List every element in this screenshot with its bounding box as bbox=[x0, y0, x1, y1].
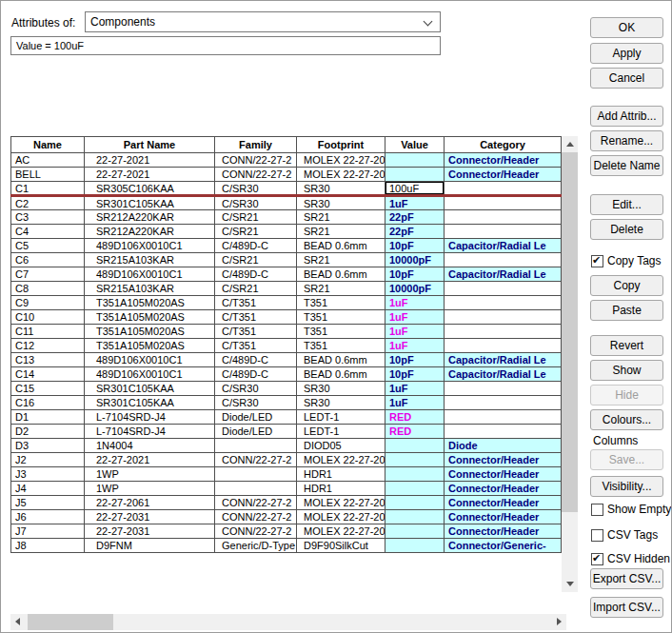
cell-value[interactable] bbox=[385, 496, 445, 510]
cell-family[interactable] bbox=[215, 439, 297, 453]
cell-category[interactable] bbox=[445, 382, 562, 396]
table-row[interactable]: J41WPHDR1Connector/Header bbox=[11, 482, 562, 496]
cell-category[interactable] bbox=[445, 210, 562, 225]
table-row[interactable]: J8D9FNMGeneric/D-TypeD9F90SilkCutConnect… bbox=[11, 539, 562, 553]
column-header[interactable]: Category bbox=[445, 137, 562, 153]
cell-footprint[interactable]: SR21 bbox=[297, 282, 385, 296]
table-row[interactable]: C4SR212A220KARC/SR21SR2122pF bbox=[11, 225, 562, 239]
table-row[interactable]: C5489D106X0010C1C/489D-CBEAD 0.6mm10pFCa… bbox=[11, 239, 562, 253]
cell-family[interactable]: C/T351 bbox=[215, 310, 297, 325]
cell-part[interactable]: SR212A220KAR bbox=[85, 210, 215, 225]
show-empty-checkbox[interactable]: Show Empty bbox=[591, 503, 671, 516]
cell-value[interactable] bbox=[385, 539, 445, 553]
cell-part[interactable]: T351A105M020AS bbox=[85, 310, 215, 325]
cell-footprint[interactable]: T351 bbox=[297, 296, 385, 310]
cell-family[interactable]: C/SR21 bbox=[215, 210, 297, 225]
cell-family[interactable] bbox=[215, 467, 297, 482]
cell-family[interactable]: CONN/22-27-2 bbox=[215, 524, 297, 539]
table-row[interactable]: J622-27-2031CONN/22-27-2MOLEX 22-27-20Co… bbox=[11, 510, 562, 524]
cell-value[interactable] bbox=[385, 482, 445, 496]
cell-family[interactable]: C/489D-C bbox=[215, 267, 297, 282]
cell-name[interactable]: J3 bbox=[11, 467, 85, 482]
scroll-left-button[interactable] bbox=[10, 614, 27, 630]
revert-button[interactable]: Revert bbox=[590, 335, 663, 356]
cell-category[interactable]: Connector/Header bbox=[445, 467, 562, 482]
cell-category[interactable] bbox=[445, 325, 562, 339]
cell-value[interactable]: 22pF bbox=[385, 210, 445, 225]
column-header[interactable]: Footprint bbox=[297, 137, 385, 153]
cell-part[interactable]: SR301C105KAA bbox=[85, 196, 215, 210]
cell-footprint[interactable]: HDR1 bbox=[297, 482, 385, 496]
cell-name[interactable]: J7 bbox=[11, 524, 85, 539]
cell-family[interactable]: C/SR21 bbox=[215, 282, 297, 296]
cell-part[interactable]: T351A105M020AS bbox=[85, 325, 215, 339]
table-row[interactable]: C8SR215A103KARC/SR21SR2110000pF bbox=[11, 282, 562, 296]
cell-value[interactable] bbox=[385, 439, 445, 453]
cell-category[interactable]: Connector/Header bbox=[445, 153, 562, 168]
column-header[interactable]: Family bbox=[215, 137, 297, 153]
cell-value[interactable] bbox=[385, 168, 445, 182]
vertical-scrollbar-thumb[interactable] bbox=[562, 152, 578, 512]
cell-family[interactable]: CONN/22-27-2 bbox=[215, 453, 297, 467]
column-header[interactable]: Part Name bbox=[85, 137, 215, 153]
cell-footprint[interactable]: MOLEX 22-27-20 bbox=[297, 524, 385, 539]
rename-button[interactable]: Rename... bbox=[590, 130, 663, 151]
cell-category[interactable]: Capacitor/Radial Le bbox=[445, 367, 562, 382]
cell-value[interactable] bbox=[385, 467, 445, 482]
table-row[interactable]: C2SR301C105KAAC/SR30SR301uF bbox=[11, 196, 562, 210]
cell-value[interactable]: 1uF bbox=[385, 325, 445, 339]
cell-family[interactable]: C/SR30 bbox=[215, 382, 297, 396]
cell-footprint[interactable]: SR21 bbox=[297, 225, 385, 239]
cell-category[interactable]: Connector/Header bbox=[445, 453, 562, 467]
cell-footprint[interactable]: MOLEX 22-27-20 bbox=[297, 510, 385, 524]
cell-family[interactable]: C/T351 bbox=[215, 296, 297, 310]
table-row[interactable]: D1L-7104SRD-J4Diode/LEDLEDT-1RED bbox=[11, 410, 562, 425]
cell-category[interactable] bbox=[445, 396, 562, 410]
paste-button[interactable]: Paste bbox=[590, 300, 663, 321]
csv-hidden-checkbox[interactable]: CSV Hidden bbox=[591, 552, 670, 565]
cell-category[interactable]: Connector/Generic- bbox=[445, 539, 562, 553]
cell-family[interactable]: CONN/22-27-2 bbox=[215, 168, 297, 182]
cell-part[interactable]: 22-27-2031 bbox=[85, 510, 215, 524]
import-csv-button[interactable]: Import CSV... bbox=[590, 597, 663, 618]
cell-footprint[interactable]: BEAD 0.6mm bbox=[297, 353, 385, 367]
scroll-down-button[interactable] bbox=[562, 576, 578, 592]
cell-category[interactable]: Capacitor/Radial Le bbox=[445, 239, 562, 253]
cell-part[interactable]: 22-27-2021 bbox=[85, 453, 215, 467]
table-row[interactable]: C16SR301C105KAAC/SR30SR301uF bbox=[11, 396, 562, 410]
cell-part[interactable]: 489D106X0010C1 bbox=[85, 239, 215, 253]
cell-name[interactable]: C4 bbox=[11, 225, 85, 239]
scroll-right-button[interactable] bbox=[550, 614, 566, 630]
cell-name[interactable]: D1 bbox=[11, 410, 85, 425]
export-csv-button[interactable]: Export CSV... bbox=[590, 568, 663, 589]
cancel-button[interactable]: Cancel bbox=[590, 68, 663, 89]
cell-part[interactable]: SR212A220KAR bbox=[85, 225, 215, 239]
cell-part[interactable]: 489D106X0010C1 bbox=[85, 267, 215, 282]
cell-family[interactable]: CONN/22-27-2 bbox=[215, 153, 297, 168]
cell-value[interactable] bbox=[385, 453, 445, 467]
delete-name-button[interactable]: Delete Name bbox=[590, 155, 663, 176]
cell-name[interactable]: J8 bbox=[11, 539, 85, 553]
cell-footprint[interactable]: SR21 bbox=[297, 253, 385, 267]
cell-value[interactable]: 1uF bbox=[385, 296, 445, 310]
cell-part[interactable]: 22-27-2021 bbox=[85, 153, 215, 168]
cell-value[interactable]: RED bbox=[385, 410, 445, 425]
table-row[interactable]: C7489D106X0010C1C/489D-CBEAD 0.6mm10pFCa… bbox=[11, 267, 562, 282]
ok-button[interactable]: OK bbox=[590, 17, 663, 38]
cell-part[interactable]: 22-27-2061 bbox=[85, 496, 215, 510]
cell-family[interactable]: Diode/LED bbox=[215, 410, 297, 425]
cell-family[interactable]: C/SR30 bbox=[215, 396, 297, 410]
cell-footprint[interactable]: T351 bbox=[297, 310, 385, 325]
cell-name[interactable]: J2 bbox=[11, 453, 85, 467]
cell-category[interactable] bbox=[445, 282, 562, 296]
cell-part[interactable]: 489D106X0010C1 bbox=[85, 353, 215, 367]
cell-category[interactable]: Capacitor/Radial Le bbox=[445, 353, 562, 367]
cell-family[interactable]: Diode/LED bbox=[215, 425, 297, 439]
cell-category[interactable]: Capacitor/Radial Le bbox=[445, 267, 562, 282]
table-row[interactable]: C9T351A105M020ASC/T351T3511uF bbox=[11, 296, 562, 310]
table-row[interactable]: C3SR212A220KARC/SR21SR2122pF bbox=[11, 210, 562, 225]
cell-footprint[interactable]: BEAD 0.6mm bbox=[297, 267, 385, 282]
cell-footprint[interactable]: MOLEX 22-27-20 bbox=[297, 153, 385, 168]
cell-name[interactable]: C14 bbox=[11, 367, 85, 382]
cell-family[interactable]: CONN/22-27-2 bbox=[215, 496, 297, 510]
